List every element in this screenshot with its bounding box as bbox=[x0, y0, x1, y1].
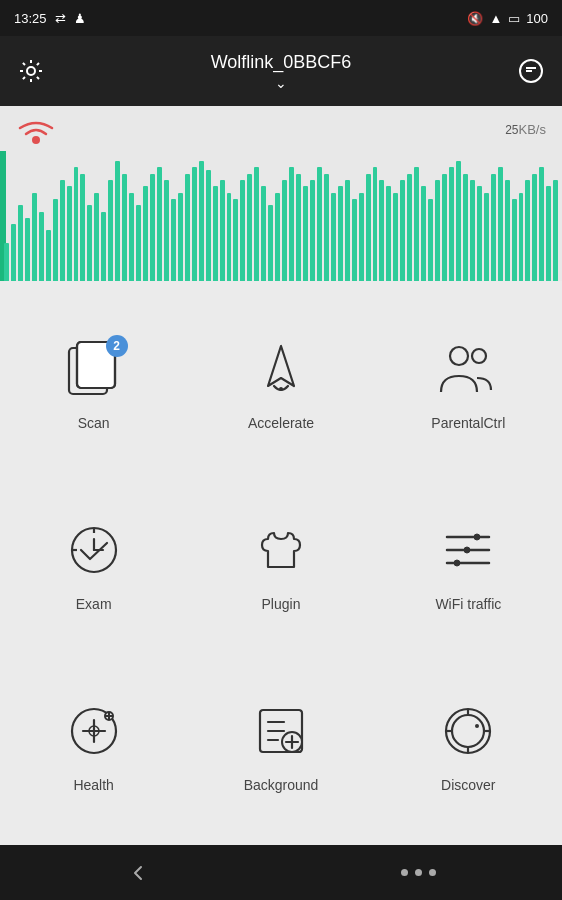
parentalctrl-icon-wrap bbox=[432, 333, 504, 405]
health-button[interactable]: Health bbox=[0, 654, 187, 835]
wifi-logo-icon bbox=[16, 120, 56, 148]
accelerate-icon-wrap bbox=[245, 333, 317, 405]
health-label: Health bbox=[73, 777, 113, 793]
status-time: 13:25 bbox=[14, 11, 47, 26]
battery-level: 100 bbox=[526, 11, 548, 26]
background-icon-wrap bbox=[245, 695, 317, 767]
header: Wolflink_0BBCF6 ⌄ bbox=[0, 36, 562, 106]
svg-point-7 bbox=[450, 347, 468, 365]
plugin-icon-wrap bbox=[245, 514, 317, 586]
bottom-nav bbox=[0, 845, 562, 900]
traffic-chart bbox=[0, 151, 562, 281]
svg-point-14 bbox=[474, 534, 480, 540]
background-label: Background bbox=[244, 777, 319, 793]
scan-button[interactable]: 2 Scan bbox=[0, 291, 187, 472]
svg-point-20 bbox=[454, 560, 460, 566]
mute-icon: 🔇 bbox=[467, 11, 483, 26]
plugin-button[interactable]: Plugin bbox=[187, 472, 374, 653]
plugin-label: Plugin bbox=[262, 596, 301, 612]
traffic-speed: 25KB/s bbox=[505, 118, 546, 139]
exam-icon-wrap bbox=[58, 514, 130, 586]
back-button[interactable] bbox=[126, 861, 150, 885]
wifitraffic-label: WiFi traffic bbox=[435, 596, 501, 612]
dots-nav[interactable] bbox=[401, 869, 436, 876]
sync-icon: ⇄ bbox=[55, 11, 66, 26]
chevron-down-icon[interactable]: ⌄ bbox=[275, 75, 287, 91]
person-icon: ♟ bbox=[74, 11, 86, 26]
svg-point-17 bbox=[464, 547, 470, 553]
parentalctrl-label: ParentalCtrl bbox=[431, 415, 505, 431]
feature-grid: 2 Scan Accelerate ParentalCtrl bbox=[0, 281, 562, 845]
svg-point-2 bbox=[32, 136, 40, 144]
svg-point-6 bbox=[279, 387, 283, 391]
wifi-signal-icon: ▲ bbox=[489, 11, 502, 26]
wifitraffic-button[interactable]: WiFi traffic bbox=[375, 472, 562, 653]
status-bar: 13:25 ⇄ ♟ 🔇 ▲ ▭ 100 bbox=[0, 0, 562, 36]
header-title: Wolflink_0BBCF6 bbox=[211, 52, 352, 73]
accelerate-button[interactable]: Accelerate bbox=[187, 291, 374, 472]
discover-button[interactable]: Discover bbox=[375, 654, 562, 835]
message-button[interactable] bbox=[518, 58, 544, 84]
discover-icon-wrap bbox=[432, 695, 504, 767]
svg-point-0 bbox=[27, 67, 35, 75]
svg-point-8 bbox=[472, 349, 486, 363]
accelerate-label: Accelerate bbox=[248, 415, 314, 431]
settings-button[interactable] bbox=[18, 58, 44, 84]
exam-label: Exam bbox=[76, 596, 112, 612]
discover-label: Discover bbox=[441, 777, 495, 793]
scan-icon-wrap: 2 bbox=[58, 333, 130, 405]
svg-point-36 bbox=[452, 715, 484, 747]
exam-button[interactable]: Exam bbox=[0, 472, 187, 653]
scan-badge: 2 bbox=[106, 335, 128, 357]
header-title-group: Wolflink_0BBCF6 ⌄ bbox=[211, 52, 352, 91]
battery-outline-icon: ▭ bbox=[508, 11, 520, 26]
background-button[interactable]: Background bbox=[187, 654, 374, 835]
parentalctrl-button[interactable]: ParentalCtrl bbox=[375, 291, 562, 472]
wifitraffic-icon-wrap bbox=[432, 514, 504, 586]
svg-point-41 bbox=[475, 724, 479, 728]
scan-label: Scan bbox=[78, 415, 110, 431]
health-icon-wrap bbox=[58, 695, 130, 767]
traffic-area: 25KB/s bbox=[0, 106, 562, 281]
